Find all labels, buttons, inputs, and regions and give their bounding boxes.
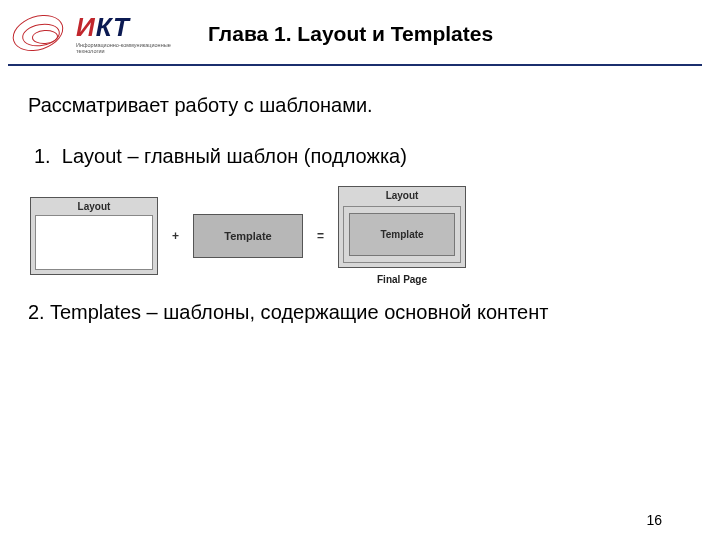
equals-operator: =: [313, 229, 328, 243]
intro-text: Рассматривает работу с шаблонами.: [28, 94, 692, 117]
diagram-template-box: Template: [193, 214, 303, 258]
layout-template-diagram: Layout + Template = Layout Template Fina…: [30, 186, 692, 285]
logo-swirl-icon: [8, 10, 72, 58]
logo-text: ИКТ: [76, 14, 186, 40]
logo-block: ИКТ Информационно-коммуникационные техно…: [8, 10, 198, 58]
logo-text-wrap: ИКТ Информационно-коммуникационные техно…: [76, 14, 186, 54]
diagram-result-box: Layout Template: [338, 186, 466, 268]
logo-letters-blue: КТ: [96, 12, 130, 42]
list-item-1: 1. Layout – главный шаблон (подложка): [34, 145, 692, 168]
result-inner-border: Template: [343, 206, 461, 263]
list-item-2: 2. Templates – шаблоны, содержащие основ…: [28, 301, 692, 324]
layout-box-label: Layout: [31, 198, 157, 215]
template-box-label: Template: [224, 230, 271, 242]
item1-number: 1.: [34, 145, 51, 167]
slide-header: ИКТ Информационно-коммуникационные техно…: [0, 0, 720, 64]
result-caption: Final Page: [377, 274, 427, 285]
chapter-title: Глава 1. Layout и Templates: [208, 22, 493, 46]
plus-operator: +: [168, 229, 183, 243]
item1-text: Layout – главный шаблон (подложка): [62, 145, 407, 167]
diagram-result-wrap: Layout Template Final Page: [338, 186, 466, 285]
logo-letter-red: И: [76, 12, 96, 42]
slide-content: Рассматривает работу с шаблонами. 1. Lay…: [0, 66, 720, 324]
result-template-label: Template: [349, 213, 455, 256]
result-layout-label: Layout: [339, 187, 465, 204]
page-number: 16: [646, 512, 662, 528]
diagram-layout-box: Layout: [30, 197, 158, 275]
layout-box-inner: [35, 215, 153, 270]
logo-subtitle: Информационно-коммуникационные технологи…: [76, 42, 186, 54]
